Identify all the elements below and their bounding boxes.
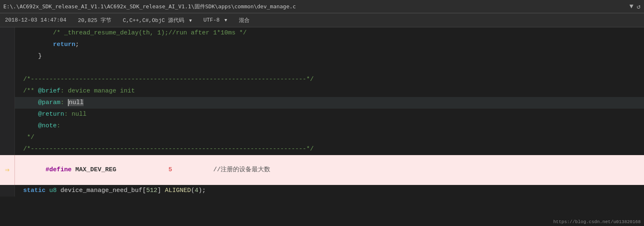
code-content[interactable]: /*--------------------------------------… xyxy=(15,143,644,155)
status-lineending: 混合 xyxy=(239,17,250,24)
encoding-label: UTF-8 xyxy=(203,17,219,23)
line-gutter xyxy=(0,143,15,155)
status-encoding[interactable]: UTF-8 ▼ xyxy=(203,17,227,23)
code-content[interactable]: @note: xyxy=(15,120,644,132)
line-gutter xyxy=(0,74,15,85)
status-datetime: 2018-12-03 14:47:04 xyxy=(5,17,66,23)
status-bar: 2018-12-03 14:47:04 20,825 字节 C,C++,C#,O… xyxy=(0,13,644,27)
language-arrow: ▼ xyxy=(189,18,192,23)
code-line xyxy=(0,62,644,74)
code-content[interactable]: static u8 device_manage_need_buf[512] AL… xyxy=(15,185,644,197)
code-line: static u8 device_manage_need_buf[512] AL… xyxy=(0,185,644,197)
code-content[interactable]: */ xyxy=(15,132,644,143)
back-icon[interactable]: ↺ xyxy=(637,2,641,11)
title-path: E:\.\AC692x_SDK_release_AI_V1.1\AC692x_S… xyxy=(3,3,296,10)
code-line: /* _thread_resume_delay(th, 1);//run aft… xyxy=(0,27,644,39)
code-content[interactable]: /* _thread_resume_delay(th, 1);//run aft… xyxy=(15,27,644,39)
line-gutter xyxy=(0,27,15,39)
line-gutter xyxy=(0,39,15,51)
url-bar: https://blog.csdn.net/u013820168 xyxy=(553,219,641,224)
status-filesize: 20,825 字节 xyxy=(78,17,111,24)
code-content[interactable]: /** @brief: device manage init xyxy=(15,85,644,97)
code-line-define: ⇒ #define MAX_DEV_REG 5 //注册的设备最大数 xyxy=(0,155,644,185)
code-line: /*--------------------------------------… xyxy=(0,74,644,85)
code-line: return; xyxy=(0,39,644,51)
code-content[interactable]: @param: null xyxy=(15,97,644,109)
code-line: @return: null xyxy=(0,109,644,120)
code-content[interactable]: /*--------------------------------------… xyxy=(15,74,644,85)
encoding-arrow: ▼ xyxy=(224,18,227,23)
line-gutter xyxy=(0,120,15,132)
line-gutter xyxy=(0,97,15,109)
code-content[interactable]: } xyxy=(15,51,644,62)
status-language[interactable]: C,C++,C#,ObjC 源代码 ▼ xyxy=(123,17,192,24)
language-label: C,C++,C#,ObjC 源代码 xyxy=(123,17,184,24)
line-gutter xyxy=(0,109,15,120)
code-line: @note: xyxy=(0,120,644,132)
code-line: /*--------------------------------------… xyxy=(0,143,644,155)
code-line: } xyxy=(0,51,644,62)
arrow-indicator: ⇒ xyxy=(5,166,10,174)
code-line: @param: null xyxy=(0,97,644,109)
line-gutter xyxy=(0,62,15,74)
code-content-define[interactable]: #define MAX_DEV_REG 5 //注册的设备最大数 xyxy=(15,155,644,185)
code-content[interactable] xyxy=(15,62,644,74)
code-content[interactable]: return; xyxy=(15,39,644,51)
line-gutter xyxy=(0,185,15,197)
line-gutter xyxy=(0,85,15,97)
code-content[interactable]: @return: null xyxy=(15,109,644,120)
title-bar: E:\.\AC692x_SDK_release_AI_V1.1\AC692x_S… xyxy=(0,0,644,13)
line-gutter xyxy=(0,132,15,143)
line-gutter xyxy=(0,51,15,62)
code-line: /** @brief: device manage init xyxy=(0,85,644,97)
code-area: /* _thread_resume_delay(th, 1);//run aft… xyxy=(0,27,644,226)
dropdown-icon[interactable]: ▼ xyxy=(630,3,634,10)
code-line: */ xyxy=(0,132,644,143)
line-gutter: ⇒ xyxy=(0,155,15,185)
